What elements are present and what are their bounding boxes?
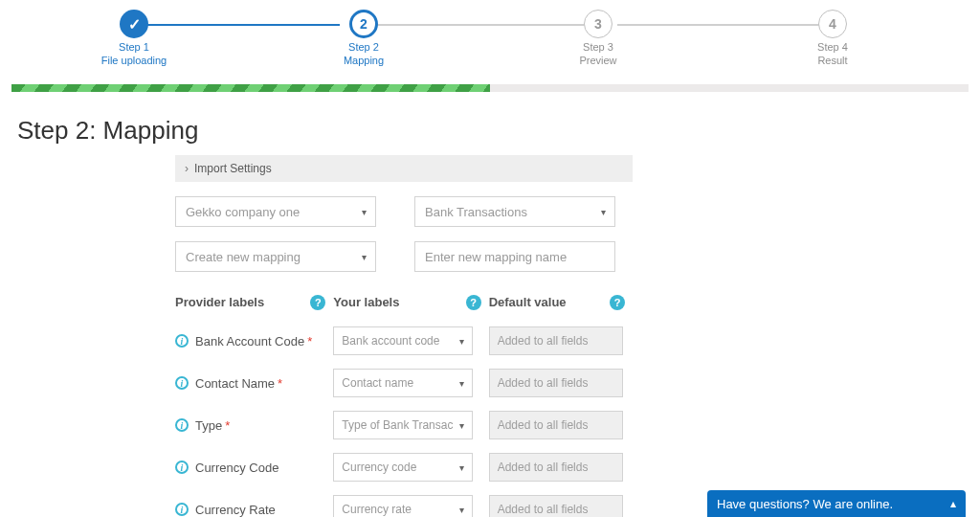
mapping-name-input[interactable]: Enter new mapping name — [414, 241, 615, 272]
default-value-placeholder: Added to all fields — [498, 503, 589, 516]
mapping-panel: › Import Settings Gekko company one ▾ Ba… — [175, 155, 633, 517]
default-value-placeholder: Added to all fields — [498, 334, 589, 348]
default-value-input[interactable]: Added to all fields — [489, 411, 623, 439]
help-icon[interactable]: ? — [310, 295, 325, 310]
mapping-row: iContact Name*Contact name▾Added to all … — [175, 362, 633, 404]
chevron-down-icon: ▾ — [362, 207, 367, 217]
default-value-input[interactable]: Added to all fields — [489, 495, 623, 517]
entity-select-value: Bank Transactions — [425, 205, 527, 219]
provider-label: Currency Rate — [195, 503, 276, 517]
col-default-label: Default value — [489, 295, 567, 309]
chevron-right-icon: › — [185, 162, 189, 175]
provider-label: Contact Name — [195, 376, 275, 391]
help-icon[interactable]: ? — [466, 295, 481, 310]
default-value-placeholder: Added to all fields — [498, 376, 589, 390]
step-result[interactable]: 4 Step 4 Result — [794, 10, 871, 66]
step-number: 4 — [818, 10, 847, 38]
live-chat-bar[interactable]: Have questions? We are online. ▴ — [707, 490, 966, 517]
mapping-row: iCurrency RateCurrency rate▾Added to all… — [175, 488, 633, 517]
your-label-value: Currency code — [342, 461, 416, 474]
provider-label-cell: iCurrency Code — [175, 461, 333, 475]
mapping-row: iType*Type of Bank Transac▾Added to all … — [175, 404, 633, 446]
step-subtitle: Result — [794, 55, 871, 66]
chevron-down-icon: ▾ — [459, 420, 464, 431]
info-icon[interactable]: i — [175, 376, 189, 390]
your-label-value: Currency rate — [342, 503, 412, 516]
your-label-select[interactable]: Bank account code▾ — [333, 326, 473, 355]
provider-label-cell: iBank Account Code* — [175, 334, 333, 348]
required-star-icon: * — [225, 418, 230, 433]
info-icon[interactable]: i — [175, 418, 189, 432]
step-mapping[interactable]: 2 Step 2 Mapping — [325, 10, 402, 66]
your-label-select[interactable]: Contact name▾ — [333, 369, 473, 397]
progress-fill — [11, 84, 490, 92]
mapping-row: iCurrency CodeCurrency code▾Added to all… — [175, 446, 633, 488]
your-label-value: Bank account code — [342, 334, 439, 348]
chevron-down-icon: ▾ — [459, 336, 464, 347]
provider-label: Bank Account Code — [195, 334, 304, 348]
chevron-down-icon: ▾ — [459, 462, 464, 473]
provider-label-cell: iContact Name* — [175, 376, 333, 391]
chevron-down-icon: ▾ — [362, 252, 367, 262]
step-title: Step 4 — [794, 41, 871, 53]
step-number: 3 — [584, 10, 612, 38]
chevron-down-icon: ▾ — [459, 378, 464, 389]
default-value-input[interactable]: Added to all fields — [489, 326, 623, 355]
check-icon: ✓ — [120, 10, 148, 38]
step-number: 2 — [349, 10, 378, 38]
company-select-value: Gekko company one — [186, 205, 300, 219]
provider-label: Type — [195, 418, 222, 433]
step-title: Step 1 — [96, 41, 172, 53]
chevron-down-icon: ▾ — [459, 505, 464, 515]
your-label-value: Contact name — [342, 376, 413, 390]
mapping-name-placeholder: Enter new mapping name — [425, 250, 567, 264]
mapping-mode-select[interactable]: Create new mapping ▾ — [175, 241, 376, 272]
import-settings-label: Import Settings — [194, 162, 272, 175]
mapping-mode-value: Create new mapping — [186, 250, 301, 264]
overall-progress-bar — [11, 84, 969, 92]
default-value-input[interactable]: Added to all fields — [489, 453, 623, 482]
step-subtitle: File uploading — [96, 55, 172, 66]
chevron-up-icon: ▴ — [950, 497, 956, 510]
required-star-icon: * — [307, 334, 312, 348]
provider-label-cell: iCurrency Rate — [175, 503, 333, 517]
company-select[interactable]: Gekko company one ▾ — [175, 196, 376, 227]
chat-text: Have questions? We are online. — [717, 497, 893, 511]
default-value-placeholder: Added to all fields — [498, 461, 589, 474]
step-title: Step 3 — [560, 41, 636, 53]
default-value-input[interactable]: Added to all fields — [489, 369, 623, 397]
chevron-down-icon: ▾ — [601, 207, 606, 217]
info-icon[interactable]: i — [175, 334, 189, 348]
step-title: Step 2 — [325, 41, 402, 53]
page-title: Step 2: Mapping — [17, 116, 980, 146]
provider-label-cell: iType* — [175, 418, 333, 433]
your-label-select[interactable]: Currency rate▾ — [333, 495, 473, 517]
wizard-stepper: ✓ Step 1 File uploading 2 Step 2 Mapping… — [0, 0, 980, 77]
info-icon[interactable]: i — [175, 503, 189, 516]
default-value-placeholder: Added to all fields — [498, 418, 589, 432]
entity-select[interactable]: Bank Transactions ▾ — [414, 196, 615, 227]
your-label-value: Type of Bank Transac — [342, 418, 453, 432]
step-subtitle: Preview — [560, 55, 636, 66]
step-subtitle: Mapping — [325, 55, 402, 66]
mapping-row: iBank Account Code*Bank account code▾Add… — [175, 320, 633, 362]
step-preview[interactable]: 3 Step 3 Preview — [560, 10, 636, 66]
step-file-uploading[interactable]: ✓ Step 1 File uploading — [96, 10, 172, 66]
required-star-icon: * — [278, 376, 282, 391]
mapping-table: Provider labels ? Your labels ? Default … — [175, 289, 633, 517]
col-provider-label: Provider labels — [175, 295, 264, 309]
info-icon[interactable]: i — [175, 461, 189, 474]
your-label-select[interactable]: Type of Bank Transac▾ — [333, 411, 473, 439]
import-settings-toggle[interactable]: › Import Settings — [175, 155, 633, 182]
col-your-label: Your labels — [333, 295, 399, 309]
help-icon[interactable]: ? — [610, 295, 625, 310]
provider-label: Currency Code — [195, 461, 278, 475]
your-label-select[interactable]: Currency code▾ — [333, 453, 473, 482]
